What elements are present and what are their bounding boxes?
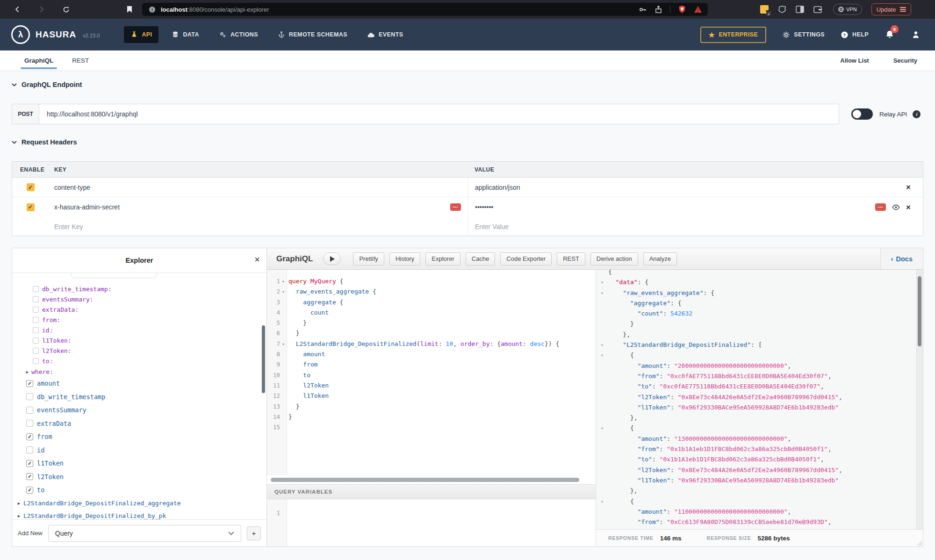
header-key-input[interactable]: x-hasura-admin-secret [54, 203, 120, 211]
field-checkbox[interactable]: ✓ [26, 433, 33, 440]
header-value-input[interactable]: •••••••• [475, 203, 493, 211]
share-icon[interactable] [654, 5, 662, 14]
toolbar-button-cache[interactable]: Cache [466, 252, 496, 266]
explorer-field-to[interactable]: ✓to [12, 483, 266, 497]
field-checkbox[interactable]: ✓ [26, 473, 33, 480]
nav-item-remote-schemas[interactable]: REMOTE SCHEMAS [271, 26, 354, 43]
address-bar[interactable]: i localhost:8080/console/api/api-explore… [142, 3, 708, 16]
editor-line-7[interactable]: 7▾ L2StandardBridge_DepositFinalized(lim… [267, 339, 596, 349]
fold-arrow-icon[interactable]: ▾ [280, 287, 287, 297]
nav-item-data[interactable]: DATA [165, 26, 205, 43]
fold-arrow-icon[interactable]: ▾ [596, 288, 608, 298]
fold-arrow-icon[interactable]: ▾ [280, 339, 287, 349]
query-editor[interactable]: 1▾query MyQuery {2▾ raw_events_aggregate… [267, 270, 596, 475]
graphql-endpoint-section-header[interactable]: GraphQL Endpoint [12, 81, 82, 88]
notes-extension-icon[interactable]: 1 [760, 5, 769, 14]
toolbar-button-prettify[interactable]: Prettify [353, 252, 384, 266]
explorer-close-icon[interactable]: × [254, 255, 260, 264]
response-scrollbar-thumb[interactable] [918, 276, 921, 346]
arg-checkbox[interactable] [33, 327, 39, 333]
warning-extension-icon[interactable] [694, 5, 702, 14]
field-checkbox[interactable] [26, 446, 33, 453]
extension-icon[interactable] [778, 5, 786, 14]
nav-item-events[interactable]: EVENTS [360, 27, 410, 43]
toolbar-button-code-exporter[interactable]: Code Exporter [500, 252, 552, 266]
site-info-icon[interactable]: i [148, 5, 156, 14]
explorer-field-extradata[interactable]: extraData [12, 417, 266, 431]
docs-link[interactable]: ‹ Docs [880, 248, 923, 269]
remove-header-icon[interactable]: × [906, 203, 911, 211]
field-checkbox[interactable] [26, 420, 33, 427]
help-button[interactable]: ? HELP [841, 31, 869, 39]
header-value-input[interactable]: application/json [475, 184, 520, 191]
editor-horizontal-scrollbar[interactable] [267, 475, 596, 484]
toolbar-button-explorer[interactable]: Explorer [425, 252, 460, 266]
explorer-root-l2standardbridge-depositfinalized-by-pk[interactable]: ▸L2StandardBridge_DepositFinalized_by_pk [12, 510, 266, 520]
explorer-arg-from[interactable]: from: [12, 315, 266, 325]
masked-value-badge[interactable]: ••• [875, 203, 886, 211]
graphql-endpoint-input[interactable]: http://localhost:8080/v1/graphql [39, 104, 839, 124]
remove-header-icon[interactable]: × [906, 183, 911, 191]
editor-line-3[interactable]: 3 aggregate { [267, 297, 596, 308]
reveal-value-eye-icon[interactable] [892, 203, 900, 211]
field-checkbox[interactable] [26, 407, 33, 414]
explorer-field-from[interactable]: ✓from [12, 430, 266, 444]
add-operation-button[interactable]: + [247, 526, 261, 540]
field-checkbox[interactable]: ✓ [26, 460, 33, 467]
vpn-button[interactable]: VPN [833, 4, 862, 15]
browser-update-button[interactable]: Update [871, 3, 911, 15]
password-key-icon[interactable] [638, 5, 647, 14]
editor-line-5[interactable]: 5 } [267, 318, 596, 328]
brave-shield-icon[interactable] [678, 5, 686, 14]
toolbar-button-history[interactable]: History [389, 252, 420, 266]
field-checkbox[interactable]: ✓ [26, 487, 33, 494]
field-checkbox[interactable] [26, 393, 33, 400]
allow-list-link[interactable]: Allow List [840, 57, 869, 64]
explorer-arg-where[interactable]: ▸ where: [12, 366, 266, 377]
resize-handle[interactable] [916, 539, 922, 546]
explorer-scrollbar[interactable] [262, 325, 265, 393]
header-key-input[interactable]: content-type [54, 184, 90, 191]
tab-graphiql[interactable]: GraphiQL [22, 51, 55, 70]
explorer-field-id[interactable]: id [12, 444, 266, 457]
masked-key-badge[interactable]: ••• [450, 203, 461, 211]
notifications-button[interactable]: 8 [885, 29, 895, 40]
explorer-arg-db-write-timestamp[interactable]: db_write_timestamp: [12, 284, 266, 294]
editor-line-1[interactable]: 1▾query MyQuery { [267, 276, 596, 287]
arg-checkbox[interactable] [33, 348, 39, 354]
execute-query-button[interactable] [323, 252, 341, 265]
relay-info-icon[interactable]: i [913, 110, 921, 118]
explorer-field-l1token[interactable]: ✓l1Token [12, 457, 266, 470]
explorer-field-amount[interactable]: ✓amount [12, 377, 266, 390]
toolbar-button-rest[interactable]: REST [557, 252, 585, 266]
fold-arrow-icon[interactable]: ▾ [596, 496, 608, 507]
arg-checkbox[interactable] [33, 296, 39, 302]
explorer-field-eventssummary[interactable]: eventsSummary [12, 403, 266, 417]
toolbar-button-derive-action[interactable]: Derive action [590, 252, 638, 266]
query-editor-pane[interactable]: 1▾query MyQuery {2▾ raw_events_aggregate… [267, 270, 596, 546]
new-header-value-input[interactable]: Enter Value [475, 223, 509, 230]
security-link[interactable]: Security [893, 57, 917, 64]
bookmark-icon[interactable] [125, 5, 134, 14]
header-enable-checkbox[interactable]: ✓ [27, 203, 35, 211]
field-checkbox[interactable]: ✓ [26, 380, 33, 387]
editor-line-14[interactable]: 14} [267, 412, 596, 422]
fold-arrow-icon[interactable]: ▾ [596, 423, 608, 433]
editor-line-11[interactable]: 11 l2Token [267, 381, 596, 391]
nav-item-api[interactable]: API [124, 26, 158, 43]
editor-line-4[interactable]: 4 count [267, 308, 596, 318]
browser-forward-button[interactable] [37, 5, 46, 14]
fold-arrow-icon[interactable]: ▾ [596, 350, 608, 360]
editor-line-9[interactable]: 9 from [267, 359, 596, 370]
response-scrollbar-track[interactable] [916, 270, 923, 529]
settings-button[interactable]: SETTINGS [782, 31, 825, 39]
browser-back-button[interactable] [13, 5, 22, 14]
fold-arrow-icon[interactable]: ▾ [596, 277, 608, 287]
enterprise-button[interactable]: ★ ENTERPRISE [700, 27, 767, 43]
wallet-extension-icon[interactable] [813, 5, 822, 14]
fold-arrow-icon[interactable]: ▾ [280, 276, 287, 287]
explorer-arg-l1token[interactable]: l1Token: [12, 335, 266, 345]
nav-item-actions[interactable]: ACTIONS [212, 26, 265, 43]
browser-reload-button[interactable] [62, 5, 70, 14]
explorer-field-l2token[interactable]: ✓l2Token [12, 470, 266, 484]
